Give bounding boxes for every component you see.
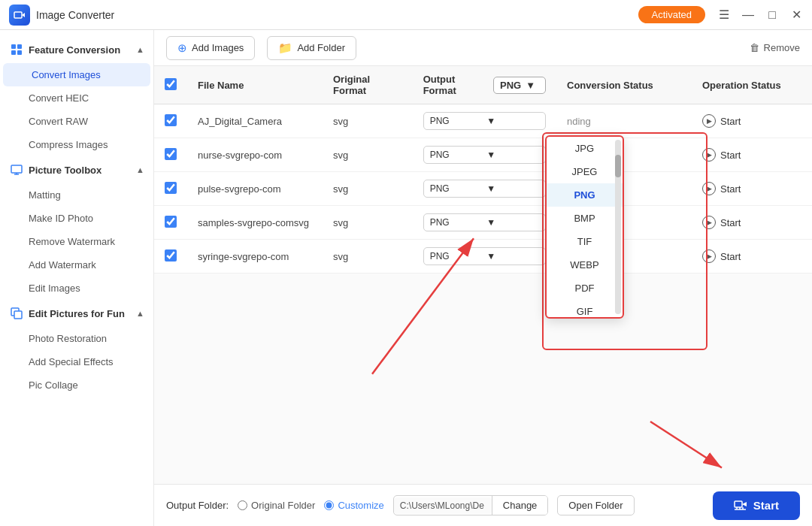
row-format-value-2: PNG	[430, 150, 483, 160]
add-images-button[interactable]: ⊕ Add Images	[166, 36, 255, 60]
sidebar-item-compress-images[interactable]: Compress Images	[0, 133, 153, 156]
header-output-format: Output Format PNG ▼	[413, 66, 556, 104]
row-checkbox-3[interactable]	[165, 182, 177, 194]
sidebar-item-edit-images[interactable]: Edit Images	[0, 277, 153, 300]
table-header-row: File Name Original Format Output Format …	[154, 66, 812, 104]
svg-rect-0	[14, 12, 22, 18]
close-icon[interactable]: ✕	[789, 8, 803, 22]
row-format-value-3: PNG	[430, 183, 483, 194]
output-format-header-dropdown[interactable]: PNG ▼	[493, 77, 546, 94]
customize-radio[interactable]	[324, 500, 334, 510]
output-format-cell: PNG ▼	[413, 172, 556, 206]
minimize-icon[interactable]: —	[741, 8, 755, 22]
row-format-value-4: PNG	[430, 217, 483, 228]
sidebar-item-convert-images[interactable]: Convert Images	[3, 63, 150, 86]
remove-icon: 🗑	[750, 42, 759, 53]
sidebar-item-photo-restoration[interactable]: Photo Restoration	[0, 327, 153, 350]
customize-option[interactable]: Customize	[324, 500, 383, 511]
change-button[interactable]: Change	[492, 496, 548, 515]
select-all-checkbox[interactable]	[165, 78, 177, 90]
row-checkbox-cell	[154, 104, 187, 138]
file-name-cell: samples-svgrepo-comsvg	[187, 206, 323, 240]
original-format-cell: svg	[323, 240, 413, 274]
add-images-icon: ⊕	[177, 41, 187, 55]
maximize-icon[interactable]: □	[765, 8, 779, 22]
row-format-chevron-2: ▼	[486, 150, 539, 160]
sidebar-section-edit-pictures[interactable]: Edit Pictures for Fun ▲	[0, 300, 153, 327]
sidebar-item-add-watermark[interactable]: Add Watermark	[0, 253, 153, 277]
sidebar-item-convert-raw[interactable]: Convert RAW	[0, 110, 153, 133]
format-option-webp[interactable]: WEBP	[547, 253, 623, 277]
row-format-dropdown-4[interactable]: PNG ▼	[423, 213, 546, 231]
feature-conversion-icon	[9, 42, 24, 57]
row-checkbox-5[interactable]	[165, 249, 177, 261]
path-input[interactable]	[394, 497, 492, 514]
row-checkbox-2[interactable]	[165, 148, 177, 160]
scroll-indicator	[615, 140, 621, 314]
add-folder-label: Add Folder	[297, 42, 345, 53]
sidebar-item-remove-watermark[interactable]: Remove Watermark	[0, 230, 153, 253]
row-format-dropdown-2[interactable]: PNG ▼	[423, 146, 546, 164]
row-checkbox-4[interactable]	[165, 216, 177, 228]
start-op-4[interactable]: ▶ Start	[702, 216, 801, 229]
table-body: AJ_Digital_Camera svg PNG ▼ nding	[154, 104, 812, 274]
menu-icon[interactable]: ☰	[717, 8, 731, 22]
play-icon-4: ▶	[702, 216, 716, 229]
start-op-1[interactable]: ▶ Start	[702, 114, 801, 128]
sidebar-item-matting[interactable]: Matting	[0, 183, 153, 207]
start-icon	[734, 499, 747, 512]
window-controls: ☰ — □ ✕	[717, 8, 803, 22]
file-name-cell: AJ_Digital_Camera	[187, 104, 323, 138]
add-folder-button[interactable]: 📁 Add Folder	[267, 36, 356, 60]
start-op-5[interactable]: ▶ Start	[702, 249, 801, 263]
title-bar: Image Converter Activated ☰ — □ ✕	[0, 0, 812, 30]
format-option-jpg[interactable]: JPG	[547, 137, 623, 160]
row-format-chevron-5: ▼	[486, 251, 539, 261]
picture-toolbox-arrow: ▲	[136, 165, 144, 174]
dropdown-scroll[interactable]: JPG JPEG PNG BMP TIF WEBP PDF GIF	[547, 137, 623, 317]
format-option-jpeg[interactable]: JPEG	[547, 160, 623, 183]
operation-status-cell: ▶ Start	[692, 138, 812, 172]
picture-toolbox-icon	[9, 162, 24, 177]
start-op-2[interactable]: ▶ Start	[702, 148, 801, 162]
picture-toolbox-label: Picture Toolbox	[29, 165, 102, 176]
sidebar-item-make-id-photo[interactable]: Make ID Photo	[0, 207, 153, 230]
row-checkbox-cell	[154, 240, 187, 274]
main-layout: Feature Conversion ▲ Convert Images Conv…	[0, 30, 812, 526]
open-folder-button[interactable]: Open Folder	[557, 495, 634, 515]
format-option-gif[interactable]: GIF	[547, 300, 623, 317]
output-format-cell: PNG ▼	[413, 138, 556, 172]
row-format-chevron-1: ▼	[486, 116, 539, 126]
output-format-cell: PNG ▼	[413, 206, 556, 240]
format-option-bmp[interactable]: BMP	[547, 207, 623, 230]
row-checkbox-cell	[154, 206, 187, 240]
file-name-cell: nurse-svgrepo-com	[187, 138, 323, 172]
row-format-dropdown-1[interactable]: PNG ▼	[423, 112, 546, 130]
sidebar-section-feature-conversion[interactable]: Feature Conversion ▲	[0, 36, 153, 63]
play-icon-1: ▶	[702, 114, 716, 128]
row-format-dropdown-3[interactable]: PNG ▼	[423, 180, 546, 198]
files-table: File Name Original Format Output Format …	[154, 66, 812, 274]
svg-rect-5	[17, 50, 22, 55]
svg-marker-16	[742, 502, 747, 506]
original-folder-radio[interactable]	[238, 500, 247, 510]
sidebar-item-add-special-effects[interactable]: Add Special Effects	[0, 350, 153, 373]
operation-status-cell: ▶ Start	[692, 104, 812, 138]
sidebar-item-convert-heic[interactable]: Convert HEIC	[0, 86, 153, 110]
start-button[interactable]: Start	[713, 491, 800, 520]
remove-button[interactable]: 🗑 Remove	[750, 42, 800, 53]
row-checkbox-1[interactable]	[165, 114, 177, 126]
remove-label: Remove	[764, 42, 800, 53]
play-icon-2: ▶	[702, 148, 716, 162]
row-format-dropdown-5[interactable]: PNG ▼	[423, 247, 546, 265]
start-op-3[interactable]: ▶ Start	[702, 182, 801, 195]
sidebar-item-pic-collage[interactable]: Pic Collage	[0, 373, 153, 397]
svg-rect-15	[735, 501, 742, 507]
file-name-cell: pulse-svgrepo-com	[187, 172, 323, 206]
sidebar-section-picture-toolbox[interactable]: Picture Toolbox ▲	[0, 156, 153, 183]
format-option-tif[interactable]: TIF	[547, 230, 623, 253]
format-option-pdf[interactable]: PDF	[547, 277, 623, 300]
original-folder-option[interactable]: Original Folder	[238, 500, 315, 511]
format-option-png[interactable]: PNG	[547, 183, 623, 207]
table-row: pulse-svgrepo-com svg PNG ▼ nding	[154, 172, 812, 206]
